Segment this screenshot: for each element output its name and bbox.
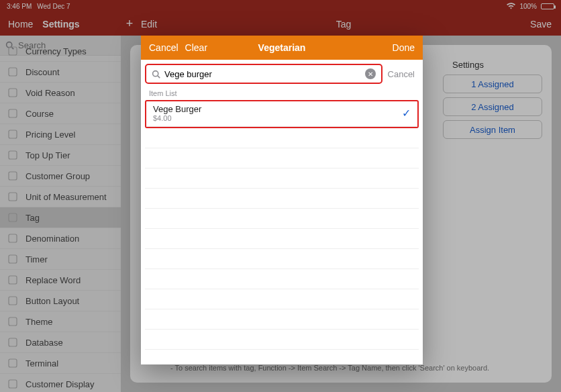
sidebar-item-replace-word[interactable]: Replace Word [0, 270, 121, 291]
2-assigned-button[interactable]: 2 Assigned [443, 97, 542, 116]
svg-rect-16 [9, 338, 17, 346]
sidebar-item-void-reason[interactable]: Void Reason [0, 83, 121, 103]
svg-rect-9 [9, 193, 17, 201]
svg-rect-11 [9, 234, 17, 242]
search-result-row[interactable]: Vege Burger $4.00 ✓ [145, 100, 419, 128]
sidebar-item-theme[interactable]: Theme [0, 311, 121, 332]
svg-rect-8 [9, 172, 17, 180]
nav-home[interactable]: Home [8, 19, 33, 30]
nav-settings[interactable]: Settings [42, 19, 79, 30]
status-bar: 3:46 PM Wed Dec 7 100% [0, 0, 561, 12]
sidebar-item-discount[interactable]: Discount [0, 62, 121, 83]
sidebar-icon [7, 315, 19, 328]
sidebar-icon [7, 336, 19, 348]
sidebar-item-label: Theme [26, 317, 52, 327]
sidebar-item-customer-display[interactable]: Customer Display [0, 374, 121, 392]
sidebar-icon [7, 128, 19, 140]
modal-clear-button[interactable]: Clear [185, 42, 207, 53]
sidebar-item-customer-group[interactable]: Customer Group [0, 166, 121, 187]
sidebar: Search Currency TypesDiscountVoid Reason… [0, 36, 121, 392]
clear-input-icon[interactable]: ✕ [365, 68, 376, 79]
result-name: Vege Burger [153, 104, 201, 114]
sidebar-item-label: Timer [26, 254, 48, 264]
wifi-icon [507, 3, 515, 9]
right-settings-header: Settings [443, 54, 542, 75]
svg-rect-12 [9, 255, 17, 263]
sidebar-icon [7, 357, 19, 369]
svg-rect-14 [9, 297, 17, 305]
svg-rect-7 [9, 151, 17, 159]
modal-cancel-button[interactable]: Cancel [149, 42, 178, 53]
sidebar-item-course[interactable]: Course [0, 103, 121, 124]
sidebar-item-label: Discount [26, 67, 60, 77]
sidebar-item-tag[interactable]: Tag [0, 207, 121, 228]
assign-item-button[interactable]: Assign Item [443, 120, 542, 139]
edit-button[interactable]: Edit [138, 19, 157, 30]
sidebar-icon [7, 149, 19, 161]
result-price: $4.00 [153, 114, 201, 122]
battery-pct: 100% [519, 3, 537, 10]
sidebar-item-label: Customer Group [26, 171, 90, 181]
svg-rect-15 [9, 317, 17, 326]
sidebar-icon [7, 66, 19, 78]
sidebar-item-timer[interactable]: Timer [0, 249, 121, 270]
sidebar-item-label: Top Up Tier [26, 150, 70, 160]
page-title: Tag [157, 19, 530, 30]
modal-done-button[interactable]: Done [393, 42, 415, 53]
sidebar-icon [7, 87, 19, 99]
sidebar-icon [7, 45, 19, 57]
search-icon [152, 70, 160, 79]
sidebar-item-label: Replace Word [26, 275, 81, 285]
svg-line-20 [158, 75, 160, 77]
sidebar-item-label: Customer Display [26, 379, 95, 389]
sidebar-item-label: Currency Types [26, 46, 87, 56]
status-time: 3:46 PM [7, 3, 32, 10]
sidebar-item-label: Pricing Level [26, 130, 75, 140]
sidebar-icon [7, 274, 19, 286]
svg-rect-3 [9, 68, 17, 76]
sidebar-item-label: Database [26, 338, 63, 348]
sidebar-item-label: Course [26, 109, 54, 119]
nav-bar: Home Settings + Edit Tag Save [0, 12, 561, 36]
sidebar-item-pricing-level[interactable]: Pricing Level [0, 124, 121, 145]
item-search-field[interactable]: ✕ [145, 64, 382, 84]
sidebar-item-label: Void Reason [26, 88, 75, 98]
search-cancel-button[interactable]: Cancel [388, 69, 419, 79]
sidebar-item-label: Tag [26, 213, 40, 223]
sidebar-item-button-layout[interactable]: Button Layout [0, 291, 121, 311]
svg-rect-18 [9, 380, 17, 388]
svg-rect-5 [9, 109, 17, 117]
sidebar-icon [7, 295, 19, 307]
save-button[interactable]: Save [530, 19, 561, 30]
sidebar-icon [7, 191, 19, 203]
1-assigned-button[interactable]: 1 Assigned [443, 75, 542, 93]
svg-point-19 [153, 70, 158, 76]
svg-rect-10 [9, 213, 17, 222]
sidebar-item-database[interactable]: Database [0, 332, 121, 353]
sidebar-icon [7, 170, 19, 182]
check-icon: ✓ [402, 107, 411, 119]
sidebar-icon [7, 211, 19, 224]
sidebar-icon [7, 232, 19, 244]
item-list-label: Item List [141, 88, 423, 100]
add-button[interactable]: + [121, 17, 138, 31]
svg-rect-13 [9, 276, 17, 284]
sidebar-icon [7, 378, 19, 390]
sidebar-item-denomination[interactable]: Denomination [0, 228, 121, 249]
sidebar-icon [7, 253, 19, 265]
sidebar-item-label: Button Layout [26, 296, 79, 306]
modal-header: Cancel Clear Vegetarian Done [141, 36, 423, 60]
item-search-input[interactable] [164, 69, 361, 79]
status-date: Wed Dec 7 [37, 3, 70, 10]
battery-icon [541, 3, 554, 9]
assign-item-modal: Cancel Clear Vegetarian Done ✕ Cancel It… [141, 36, 423, 364]
svg-rect-4 [9, 89, 17, 97]
sidebar-item-top-up-tier[interactable]: Top Up Tier [0, 145, 121, 166]
svg-rect-6 [9, 130, 17, 138]
sidebar-item-label: Unit of Measurement [26, 192, 107, 202]
sidebar-item-label: Terminal [26, 358, 58, 369]
sidebar-item-terminal[interactable]: Terminal [0, 353, 121, 374]
svg-rect-17 [9, 359, 17, 367]
sidebar-item-unit-of-measurement[interactable]: Unit of Measurement [0, 187, 121, 207]
sidebar-icon [7, 107, 19, 119]
